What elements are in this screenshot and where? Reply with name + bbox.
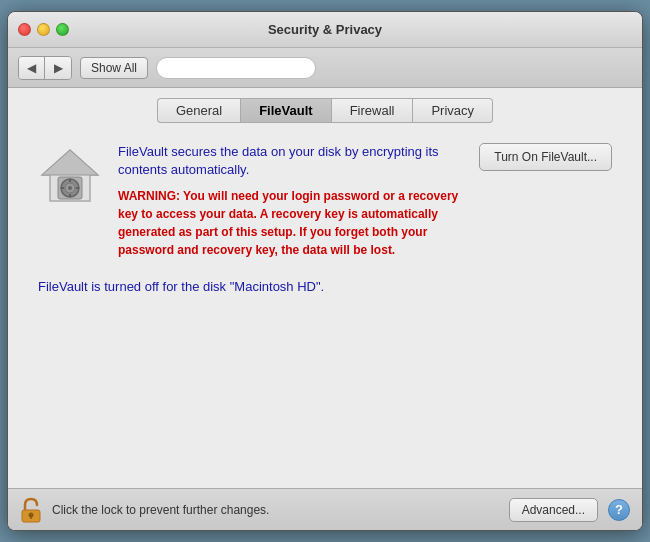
bottom-bar: Click the lock to prevent further change… (8, 488, 642, 530)
show-all-button[interactable]: Show All (80, 57, 148, 79)
forward-button[interactable]: ▶ (45, 57, 71, 79)
turn-on-filevault-button[interactable]: Turn On FileVault... (479, 143, 612, 171)
tabs-bar: General FileVault Firewall Privacy (8, 88, 642, 123)
description-block: FileVault secures the data on your disk … (118, 143, 463, 259)
window-title: Security & Privacy (268, 22, 382, 37)
title-bar: Security & Privacy (8, 12, 642, 48)
close-button[interactable] (18, 23, 31, 36)
back-button[interactable]: ◀ (19, 57, 45, 79)
filevault-icon (38, 143, 102, 207)
help-button[interactable]: ? (608, 499, 630, 521)
lock-icon[interactable] (20, 498, 42, 522)
nav-buttons: ◀ ▶ (18, 56, 72, 80)
minimize-button[interactable] (37, 23, 50, 36)
content-area: FileVault secures the data on your disk … (8, 123, 642, 488)
description-text: FileVault secures the data on your disk … (118, 143, 463, 179)
traffic-lights (18, 23, 69, 36)
svg-point-5 (68, 186, 72, 190)
main-top-row: FileVault secures the data on your disk … (38, 143, 612, 259)
status-text: FileVault is turned off for the disk "Ma… (38, 279, 612, 294)
maximize-button[interactable] (56, 23, 69, 36)
button-wrapper: Turn On FileVault... (479, 143, 612, 171)
warning-label: WARNING: (118, 189, 180, 203)
tab-firewall[interactable]: Firewall (332, 98, 414, 123)
tab-privacy[interactable]: Privacy (413, 98, 493, 123)
svg-rect-12 (30, 515, 32, 519)
svg-marker-1 (42, 150, 98, 175)
lock-text: Click the lock to prevent further change… (52, 503, 499, 517)
advanced-button[interactable]: Advanced... (509, 498, 598, 522)
main-window: Security & Privacy ◀ ▶ Show All ● Genera… (7, 11, 643, 531)
warning-text: WARNING: You will need your login passwo… (118, 187, 463, 259)
tab-filevault[interactable]: FileVault (240, 98, 331, 123)
toolbar: ◀ ▶ Show All ● (8, 48, 642, 88)
tab-general[interactable]: General (157, 98, 240, 123)
search-input[interactable] (156, 57, 316, 79)
search-wrapper: ● (156, 57, 316, 79)
